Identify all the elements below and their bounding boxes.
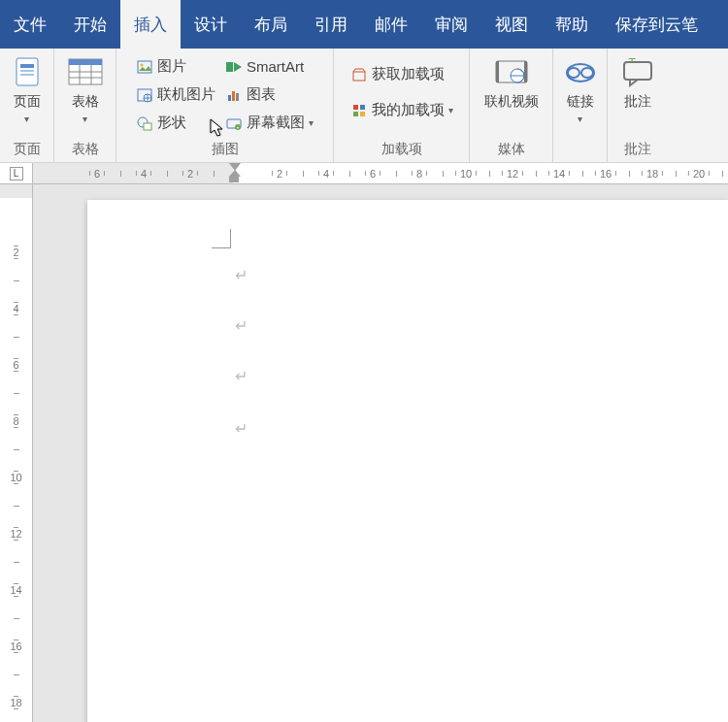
group-label-addins: 加载项 <box>381 139 422 162</box>
document-page[interactable]: ↵ ↵ ↵ ↵ <box>87 200 728 722</box>
links-button[interactable]: 链接 ▾ <box>556 52 605 128</box>
menu-tabs: 文件 开始 插入 设计 布局 引用 邮件 审阅 视图 帮助 保存到云笔 <box>0 0 728 49</box>
shapes-button[interactable]: 形状 ▾ <box>132 109 219 137</box>
svg-point-33 <box>568 68 579 78</box>
svg-rect-25 <box>360 105 365 110</box>
ruler-tick: 2 <box>179 168 202 180</box>
tab-save-cloud[interactable]: 保存到云笔 <box>602 0 711 49</box>
dropdown-icon: ▾ <box>24 114 29 124</box>
ruler-tick: 12 <box>498 168 527 180</box>
group-label-pages: 页面 <box>14 139 41 162</box>
tab-home[interactable]: 开始 <box>60 0 120 49</box>
svg-point-34 <box>581 68 593 78</box>
dropdown-icon: ▾ <box>578 114 582 124</box>
tab-insert[interactable]: 插入 <box>120 0 181 49</box>
get-addins-button[interactable]: 获取加载项 <box>347 60 457 88</box>
online-picture-button[interactable]: 联机图片 <box>132 81 219 109</box>
get-addins-label: 获取加载项 <box>372 65 445 83</box>
ruler-tick: 6 <box>0 358 32 372</box>
my-addins-button[interactable]: 我的加载项 ▾ <box>347 96 457 124</box>
ribbon: 页面 ▾ 页面 表格 ▾ 表格 图片 <box>0 49 728 163</box>
tab-file[interactable]: 文件 <box>0 0 60 49</box>
shapes-icon <box>136 115 153 132</box>
links-label: 链接 <box>567 93 594 110</box>
link-icon <box>562 56 599 89</box>
tab-review[interactable]: 审阅 <box>421 0 481 49</box>
svg-rect-5 <box>69 59 102 65</box>
svg-rect-18 <box>232 91 235 101</box>
screenshot-button[interactable]: + 屏幕截图 ▾ <box>221 109 317 137</box>
paragraph-mark-icon: ↵ <box>235 266 248 284</box>
table-button[interactable]: 表格 ▾ <box>61 52 110 128</box>
comment-label: 批注 <box>624 93 651 110</box>
svg-text:+: + <box>237 124 240 130</box>
hanging-indent-marker[interactable] <box>230 176 240 184</box>
tab-design[interactable]: 设计 <box>181 0 241 49</box>
smartart-label: SmartArt <box>247 58 304 75</box>
comment-button[interactable]: + 批注 <box>613 52 662 114</box>
tab-view[interactable]: 视图 <box>481 0 542 49</box>
shapes-label: 形状 <box>157 114 186 132</box>
svg-rect-10 <box>138 61 151 73</box>
ruler-tick: 18 <box>0 696 32 709</box>
video-icon <box>493 56 530 89</box>
paragraph-mark-icon: ↵ <box>235 316 248 335</box>
ruler-corner[interactable]: L <box>0 163 33 184</box>
ruler-tick: 10 <box>0 471 32 484</box>
ruler-tick: 14 <box>545 168 574 180</box>
ruler-tick: 8 <box>0 414 32 428</box>
paragraph-mark-icon: ↵ <box>235 367 248 385</box>
tab-references[interactable]: 引用 <box>301 0 361 49</box>
comment-icon: + <box>619 56 656 89</box>
online-picture-label: 联机图片 <box>157 85 215 104</box>
online-picture-icon <box>136 86 153 104</box>
svg-rect-15 <box>144 123 151 130</box>
ruler-tick: 20 <box>684 168 713 180</box>
group-label-illustrations: 插图 <box>212 139 239 162</box>
horizontal-ruler[interactable]: 6422468101214161820 <box>33 163 728 184</box>
tab-mailings[interactable]: 邮件 <box>361 0 421 49</box>
vertical-ruler[interactable]: 24681012141618 <box>0 184 33 722</box>
group-label-comments: 批注 <box>624 139 651 162</box>
dropdown-icon: ▾ <box>83 114 87 124</box>
chart-label: 图表 <box>247 85 276 104</box>
pages-button[interactable]: 页面 ▾ <box>3 52 51 128</box>
document-canvas[interactable]: ↵ ↵ ↵ ↵ <box>33 184 728 722</box>
ruler-tick: 8 <box>408 168 431 180</box>
screenshot-icon: + <box>225 115 243 132</box>
svg-text:+: + <box>628 58 636 66</box>
svg-rect-19 <box>236 93 239 101</box>
svg-rect-2 <box>20 70 34 72</box>
text-cursor-position <box>212 229 231 248</box>
group-label-media: 媒体 <box>498 139 525 162</box>
svg-rect-3 <box>20 74 34 76</box>
ruler-tick: 14 <box>0 583 32 597</box>
pages-label: 页面 <box>14 93 41 110</box>
ruler-tick: 4 <box>314 168 338 180</box>
smartart-button[interactable]: SmartArt <box>221 52 317 81</box>
ruler-tick: 6 <box>361 168 384 180</box>
picture-label: 图片 <box>157 57 186 76</box>
dropdown-icon: ▾ <box>448 105 453 115</box>
my-addins-label: 我的加载项 <box>372 101 445 119</box>
svg-rect-1 <box>20 64 34 68</box>
ruler-tick: 4 <box>0 302 32 315</box>
svg-rect-26 <box>353 112 358 116</box>
page-icon <box>9 56 46 89</box>
ruler-tick: 10 <box>451 168 480 180</box>
addins-icon <box>350 102 368 119</box>
table-icon <box>67 56 104 89</box>
tab-layout[interactable]: 布局 <box>241 0 301 49</box>
smartart-icon <box>225 58 243 76</box>
svg-rect-16 <box>226 62 233 72</box>
tab-help[interactable]: 帮助 <box>542 0 602 49</box>
online-video-label: 联机视频 <box>484 93 539 110</box>
svg-rect-29 <box>496 61 499 82</box>
chart-icon <box>225 86 243 104</box>
online-video-button[interactable]: 联机视频 <box>479 52 545 114</box>
picture-icon <box>136 58 153 76</box>
svg-rect-24 <box>353 105 358 110</box>
chart-button[interactable]: 图表 <box>221 81 317 109</box>
group-label-tables: 表格 <box>72 139 99 162</box>
picture-button[interactable]: 图片 <box>132 52 219 81</box>
